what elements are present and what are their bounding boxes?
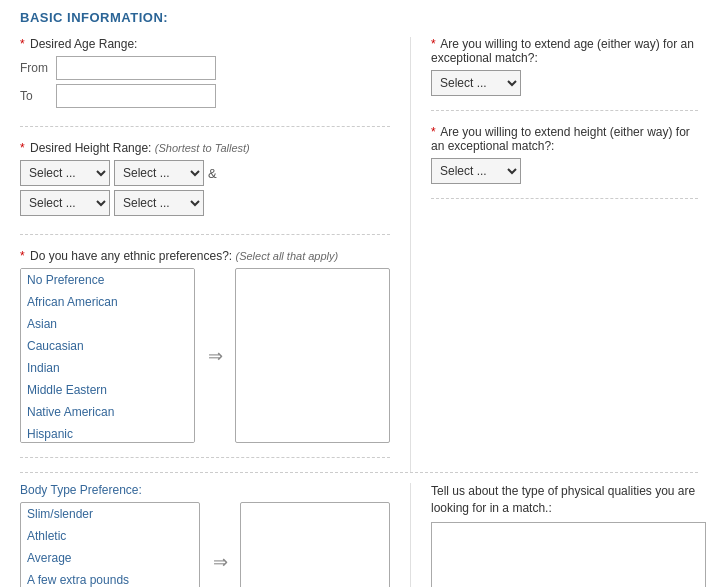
height-to-inches-select[interactable]: Select ... 0"1"2" 3"4"5" 6"7"8" 9"10"11" [114, 190, 204, 216]
age-to-row: To [20, 84, 390, 108]
age-range-block: * Desired Age Range: From To [20, 37, 390, 127]
body-type-block: Body Type Preference: Slim/slender Athle… [20, 483, 411, 587]
height-extend-block: * Are you willing to extend height (eith… [431, 125, 698, 199]
physical-qualities-block: Tell us about the type of physical quali… [411, 483, 706, 587]
height-from-feet-select[interactable]: Select ... 4'0"4'6"5'0" 5'2"5'4"5'6" 5'8… [20, 160, 110, 186]
ethnic-option-middle-eastern[interactable]: Middle Eastern [21, 379, 194, 401]
body-type-label: Body Type Preference: [20, 483, 390, 497]
age-from-row: From [20, 56, 390, 80]
height-range-label: * Desired Height Range: (Shortest to Tal… [20, 141, 390, 155]
ethnic-move-arrow[interactable]: ⇒ [203, 345, 227, 367]
body-type-selected-list[interactable] [240, 502, 390, 587]
age-to-label: To [20, 89, 56, 103]
age-from-input[interactable] [56, 56, 216, 80]
body-slim-option[interactable]: Slim/slender [21, 503, 199, 525]
ethnic-dual-list: No Preference African American Asian Cau… [20, 268, 390, 443]
physical-qualities-label: Tell us about the type of physical quali… [431, 483, 706, 517]
body-type-dual-list: Slim/slender Athletic Average A few extr… [20, 502, 390, 587]
section-title: BASIC INFORMATION: [20, 10, 698, 25]
age-extend-label: * Are you willing to extend age (either … [431, 37, 698, 65]
body-extra-pounds-option[interactable]: A few extra pounds [21, 569, 199, 587]
physical-qualities-textarea[interactable] [431, 522, 706, 587]
age-to-input[interactable] [56, 84, 216, 108]
ethnic-option-african-american[interactable]: African American [21, 291, 194, 313]
basic-information-section: BASIC INFORMATION: * Desired Age Range: … [20, 10, 698, 587]
body-average-option[interactable]: Average [21, 547, 199, 569]
ethnic-option-caucasian[interactable]: Caucasian [21, 335, 194, 357]
height-to-feet-select[interactable]: Select ... 4'0"4'6"5'0" 5'2"5'4"5'6" 5'8… [20, 190, 110, 216]
age-extend-block: * Are you willing to extend age (either … [431, 37, 698, 111]
ethnic-source-list[interactable]: No Preference African American Asian Cau… [20, 268, 195, 443]
ethnic-selected-list[interactable] [235, 268, 390, 443]
height-row-1: Select ... 4'0"4'6"5'0" 5'2"5'4"5'6" 5'8… [20, 160, 390, 186]
body-type-source-list[interactable]: Slim/slender Athletic Average A few extr… [20, 502, 200, 587]
height-range-block: * Desired Height Range: (Shortest to Tal… [20, 141, 390, 235]
body-type-move-arrow[interactable]: ⇒ [208, 551, 232, 573]
ethnic-option-native-american[interactable]: Native American [21, 401, 194, 423]
age-range-label: * Desired Age Range: [20, 37, 390, 51]
ethnic-option-asian[interactable]: Asian [21, 313, 194, 335]
age-extend-select[interactable]: Select ... Yes No [431, 70, 521, 96]
age-from-label: From [20, 61, 56, 75]
height-from-inches-select[interactable]: Select ... 0"1"2" 3"4"5" 6"7"8" 9"10"11" [114, 160, 204, 186]
ethnic-option-hispanic[interactable]: Hispanic [21, 423, 194, 443]
ethnic-section: * Do you have any ethnic preferences?: (… [20, 249, 390, 458]
height-extend-label: * Are you willing to extend height (eith… [431, 125, 698, 153]
ethnic-option-no-preference[interactable]: No Preference [21, 269, 194, 291]
body-physical-section: Body Type Preference: Slim/slender Athle… [20, 472, 698, 587]
height-row-2: Select ... 4'0"4'6"5'0" 5'2"5'4"5'6" 5'8… [20, 190, 390, 216]
height-extend-select[interactable]: Select ... Yes No [431, 158, 521, 184]
ampersand-symbol: & [208, 166, 217, 181]
required-star: * [20, 37, 25, 51]
ethnic-option-indian[interactable]: Indian [21, 357, 194, 379]
body-athletic-option[interactable]: Athletic [21, 525, 199, 547]
ethnic-label: * Do you have any ethnic preferences?: (… [20, 249, 390, 263]
